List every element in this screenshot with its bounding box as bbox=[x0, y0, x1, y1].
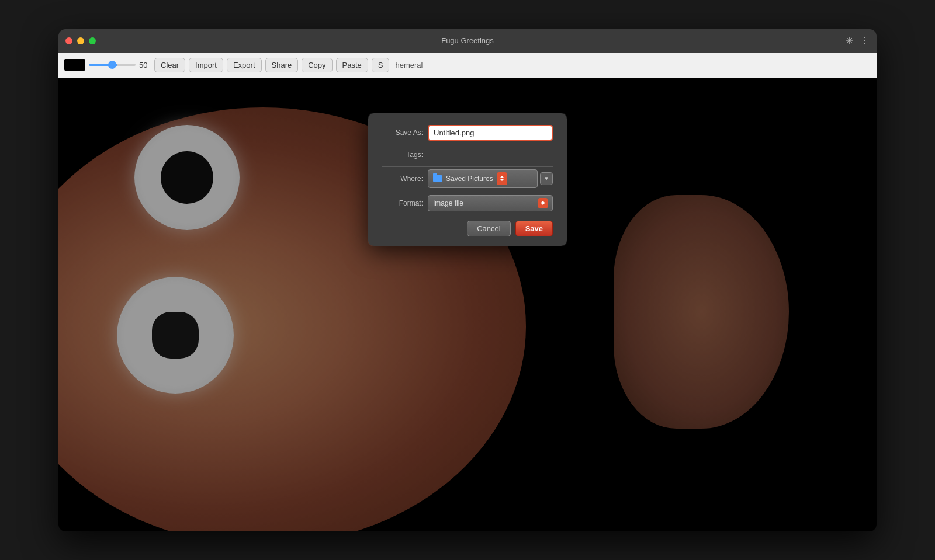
share-button[interactable]: Share bbox=[265, 58, 299, 72]
tags-row: Tags: bbox=[382, 148, 553, 167]
where-select[interactable]: Saved Pictures bbox=[428, 169, 538, 188]
app-window: Fugu Greetings ✳ ⋮ 50 Clear Import Expor… bbox=[58, 29, 877, 531]
folder-icon bbox=[433, 175, 442, 182]
where-label: Where: bbox=[382, 175, 423, 183]
format-row: Format: Image file bbox=[382, 195, 553, 211]
menu-icon[interactable]: ⋮ bbox=[860, 35, 870, 46]
titlebar-actions: ✳ ⋮ bbox=[846, 35, 870, 46]
format-arrows[interactable] bbox=[538, 198, 548, 208]
ephemeral-label: hemeral bbox=[395, 61, 423, 69]
import-button[interactable]: Import bbox=[189, 58, 223, 72]
clear-button[interactable]: Clear bbox=[154, 58, 185, 72]
s-button[interactable]: S bbox=[372, 58, 390, 72]
save-as-input[interactable] bbox=[428, 125, 553, 141]
format-value: Image file bbox=[433, 199, 463, 207]
brush-size-slider[interactable] bbox=[89, 64, 136, 66]
tags-label: Tags: bbox=[382, 151, 423, 159]
where-value: Saved Pictures bbox=[446, 175, 493, 183]
format-select[interactable]: Image file bbox=[428, 195, 553, 211]
toolbar: 50 Clear Import Export Share Copy Paste … bbox=[58, 53, 877, 78]
brush-size-value: 50 bbox=[139, 61, 151, 69]
where-row: Where: Saved Pictures ▼ bbox=[382, 169, 553, 188]
where-container: Saved Pictures ▼ bbox=[428, 169, 553, 188]
close-button[interactable] bbox=[65, 37, 72, 44]
save-as-label: Save As: bbox=[382, 128, 423, 137]
cancel-button[interactable]: Cancel bbox=[467, 221, 510, 236]
save-button[interactable]: Save bbox=[515, 221, 553, 236]
brush-size-container: 50 bbox=[89, 61, 151, 69]
copy-button[interactable]: Copy bbox=[302, 58, 332, 72]
titlebar: Fugu Greetings ✳ ⋮ bbox=[58, 29, 877, 53]
extensions-icon[interactable]: ✳ bbox=[846, 35, 853, 46]
canvas-area[interactable]: Save As: Tags: Where: S bbox=[58, 78, 877, 531]
save-dialog: Save As: Tags: Where: S bbox=[368, 113, 567, 246]
minimize-button[interactable] bbox=[77, 37, 84, 44]
expand-button[interactable]: ▼ bbox=[540, 172, 553, 185]
traffic-lights bbox=[65, 37, 96, 44]
dialog-buttons: Cancel Save bbox=[382, 221, 553, 236]
export-button[interactable]: Export bbox=[227, 58, 262, 72]
paste-button[interactable]: Paste bbox=[336, 58, 368, 72]
pen-color-indicator[interactable] bbox=[64, 59, 85, 71]
window-title: Fugu Greetings bbox=[441, 36, 494, 45]
modal-overlay: Save As: Tags: Where: S bbox=[58, 78, 877, 531]
save-as-row: Save As: bbox=[382, 125, 553, 141]
where-arrows[interactable] bbox=[497, 172, 507, 185]
format-label: Format: bbox=[382, 199, 423, 207]
drawing-canvas[interactable]: Save As: Tags: Where: S bbox=[58, 78, 877, 531]
maximize-button[interactable] bbox=[89, 37, 96, 44]
tags-input[interactable] bbox=[428, 148, 553, 162]
